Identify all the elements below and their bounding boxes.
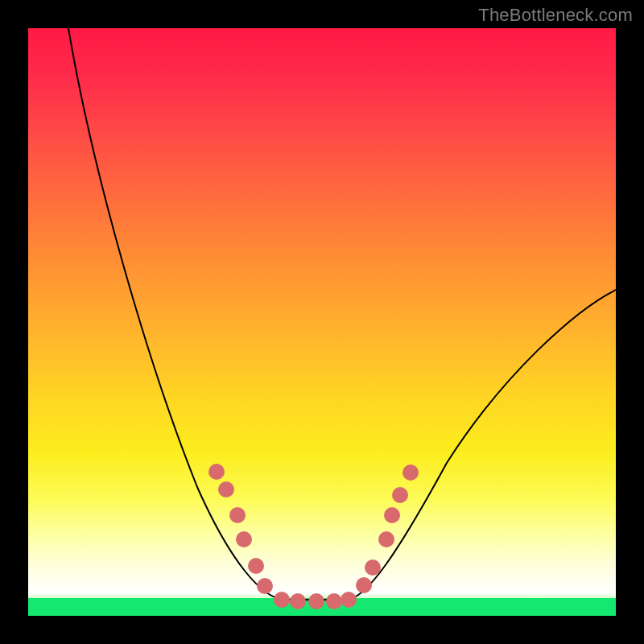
marker-dot [384, 507, 400, 523]
marker-dot [274, 592, 290, 608]
marker-dot [308, 593, 324, 609]
marker-dot [378, 531, 394, 547]
bottleneck-curve [28, 28, 616, 616]
chart-container: TheBottleneck.com [0, 0, 644, 644]
marker-dot [208, 464, 225, 480]
marker-dot [257, 578, 273, 594]
marker-dot [365, 559, 381, 576]
marker-dot [402, 464, 419, 481]
marker-dot [392, 487, 408, 503]
marker-dot [341, 592, 357, 608]
marker-dot [218, 481, 234, 497]
watermark-text: TheBottleneck.com [478, 5, 633, 26]
plot-area [28, 28, 616, 616]
marker-dot [248, 558, 264, 574]
marker-dot [229, 507, 246, 523]
marker-dot [356, 577, 372, 593]
marker-dot [326, 593, 342, 609]
marker-dot [290, 593, 306, 609]
marker-dot [236, 531, 252, 547]
curve-markers [208, 464, 419, 609]
curve-path [68, 28, 616, 600]
